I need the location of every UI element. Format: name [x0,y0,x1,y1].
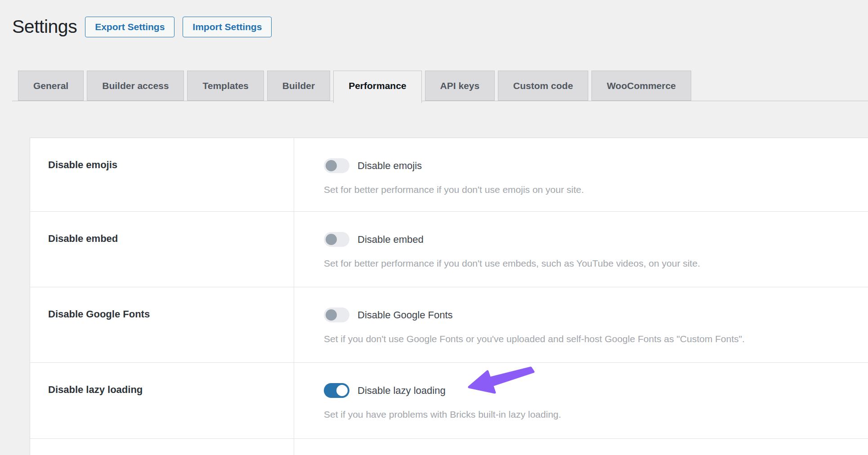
tab-builder[interactable]: Builder [267,71,330,101]
settings-tabbar: General Builder access Templates Builder… [12,71,691,103]
disable-lazy-loading-toggle[interactable] [324,383,349,398]
export-settings-button[interactable]: Export Settings [85,17,174,37]
row-control-cell: Disable embed Set for better performance… [294,212,868,287]
row-label: Disable emojis [30,138,294,211]
setting-description: Set if you don't use Google Fonts or you… [324,334,868,344]
toggle-knob-icon [336,385,348,396]
row-control-cell: Disable emojis Set for better performanc… [294,138,868,211]
disable-google-fonts-toggle[interactable] [324,308,349,322]
toggle-label[interactable]: Disable lazy loading [358,385,446,397]
toggle-label[interactable]: Disable emojis [358,160,422,172]
table-row-disable-emojis: Disable emojis Disable emojis Set for be… [30,138,868,212]
row-control-cell: Disable lazy loading Set if you have pro… [294,363,868,438]
page-header: Settings Export Settings Import Settings [12,16,272,37]
toggle-label[interactable]: Disable Google Fonts [358,309,453,321]
row-control-cell: Disable Google Fonts Set if you don't us… [294,287,868,362]
setting-description: Set for better performance if you don't … [324,258,868,269]
tab-performance[interactable]: Performance [333,71,421,103]
setting-description: Set for better performance if you don't … [324,184,868,195]
table-row-disable-google-fonts: Disable Google Fonts Disable Google Font… [30,287,868,363]
page-title: Settings [12,16,77,37]
performance-settings-table: Disable emojis Disable emojis Set for be… [30,138,868,455]
table-row-disable-lazy-loading: Disable lazy loading Disable lazy loadin… [30,363,868,439]
tab-builder-access[interactable]: Builder access [87,71,184,101]
disable-embed-toggle[interactable] [324,232,349,247]
toggle-knob-icon [326,309,337,321]
toggle-label[interactable]: Disable embed [358,234,424,245]
tab-templates[interactable]: Templates [187,71,264,101]
disable-emojis-toggle[interactable] [324,158,349,173]
tab-general[interactable]: General [18,71,84,101]
setting-description: Set if you have problems with Bricks bui… [324,409,868,420]
row-label: Disable lazy loading [30,363,294,438]
toggle-knob-icon [326,160,337,171]
tab-custom-code[interactable]: Custom code [498,71,588,101]
tab-woocommerce[interactable]: WooCommerce [591,71,691,101]
import-settings-button[interactable]: Import Settings [183,17,272,37]
table-row-disable-embed: Disable embed Disable embed Set for bett… [30,212,868,287]
row-label: Disable Google Fonts [30,287,294,362]
table-row-partial [30,439,868,455]
row-label: Disable embed [30,212,294,287]
toggle-knob-icon [326,234,337,245]
tab-api-keys[interactable]: API keys [425,71,495,101]
